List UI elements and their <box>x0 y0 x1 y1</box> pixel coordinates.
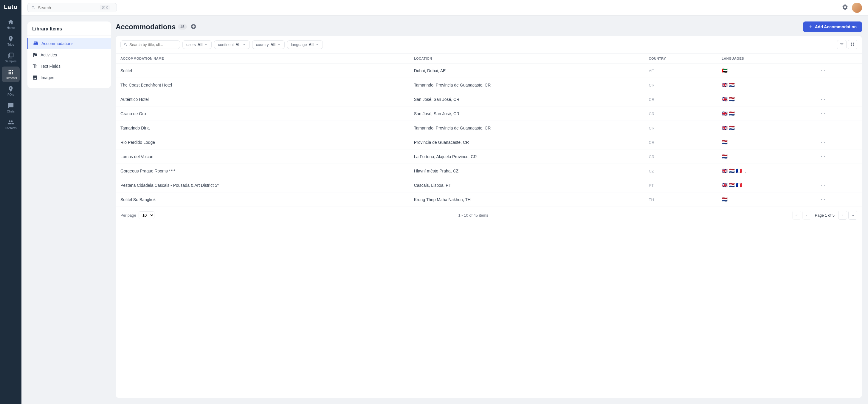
cell-country: CR <box>644 92 717 107</box>
table-row[interactable]: Tamarindo Diria Tamarindo, Provincia de … <box>116 121 862 135</box>
table-row[interactable]: Auténtico Hotel San José, San José, CR C… <box>116 92 862 107</box>
nav-samples[interactable]: Samples <box>2 50 20 65</box>
text-icon <box>32 63 37 69</box>
items-info: 1 - 10 of 45 items <box>458 213 488 218</box>
row-more-button[interactable]: ··· <box>819 67 827 74</box>
table-row[interactable]: Gorgeous Prague Rooms **** Hlavní město … <box>116 164 862 178</box>
table-search-input[interactable] <box>129 42 174 47</box>
row-more-button[interactable]: ··· <box>819 196 827 203</box>
nav-trips[interactable]: Trips <box>2 33 20 49</box>
row-more-button[interactable]: ··· <box>819 139 827 146</box>
sidebar-item-accommodations[interactable]: Accommodations <box>27 38 111 49</box>
table-row[interactable]: The Coast Beachfront Hotel Tamarindo, Pr… <box>116 78 862 92</box>
cell-name: Gorgeous Prague Rooms **** <box>116 164 409 178</box>
nav-elements[interactable]: Elements <box>2 66 20 82</box>
continent-filter-value: All <box>236 42 241 47</box>
language-filter[interactable]: language All <box>287 40 323 49</box>
cell-languages: 🇬🇧🇳🇱 <box>717 107 814 121</box>
next-page-button[interactable]: › <box>838 211 847 220</box>
language-filter-label: language <box>291 42 307 47</box>
cell-actions: ··· <box>814 121 862 135</box>
continent-filter[interactable]: continent All <box>214 40 249 49</box>
table-header: Accommodation Name Location Country Lang… <box>116 54 862 63</box>
filter-icon <box>840 42 844 46</box>
cell-actions: ··· <box>814 149 862 164</box>
cell-actions: ··· <box>814 78 862 92</box>
settings-icon <box>842 4 848 10</box>
panel-title-row: Accommodations 45 <box>116 22 197 32</box>
cell-name: Tamarindo Diria <box>116 121 409 135</box>
users-filter-label: users <box>186 42 196 47</box>
sidebar-item-activities[interactable]: Activities <box>27 49 111 61</box>
page-title: Accommodations <box>116 23 176 31</box>
last-page-button[interactable]: » <box>848 211 857 220</box>
flag-icon <box>32 52 37 58</box>
accommodations-table: Accommodation Name Location Country Lang… <box>116 54 862 207</box>
first-page-button[interactable]: « <box>792 211 801 220</box>
cell-languages: 🇬🇧🇳🇱 <box>717 92 814 107</box>
country-filter[interactable]: country All <box>252 40 285 49</box>
cell-country: CR <box>644 78 717 92</box>
row-more-button[interactable]: ··· <box>819 153 827 160</box>
table-row[interactable]: Grano de Oro San José, San José, CR CR 🇬… <box>116 107 862 121</box>
row-more-button[interactable]: ··· <box>819 124 827 132</box>
row-more-button[interactable]: ··· <box>819 95 827 103</box>
table-row[interactable]: Rio Perdido Lodge Provincia de Guanacast… <box>116 135 862 149</box>
per-page-label: Per page <box>120 213 136 218</box>
plus-icon <box>808 25 813 29</box>
cell-location: Tamarindo, Provincia de Guanacaste, CR <box>409 121 644 135</box>
continent-filter-label: continent <box>218 42 234 47</box>
cell-actions: ··· <box>814 92 862 107</box>
prev-page-button[interactable]: ‹ <box>802 211 811 220</box>
filter-search-icon <box>124 43 128 47</box>
add-item-icon-button[interactable] <box>189 22 197 32</box>
sidebar-title: Library Items <box>27 26 111 35</box>
main-wrapper: ⌘ K Library Items Accommodations Activit… <box>22 0 868 404</box>
table-row[interactable]: Lomas del Volcan La Fortuna, Alajuela Pr… <box>116 149 862 164</box>
filter-icon-button[interactable] <box>837 40 846 49</box>
nav-chats[interactable]: Chats <box>2 100 20 115</box>
nav-home[interactable]: Home <box>2 17 20 32</box>
topbar-right <box>842 3 862 13</box>
users-filter[interactable]: users All <box>182 40 212 49</box>
app-logo: Lato <box>4 4 18 10</box>
cell-name: Sofitel <box>116 63 409 78</box>
cell-location: San José, San José, CR <box>409 107 644 121</box>
main-panel: Accommodations 45 Add Accommodation <box>116 22 862 398</box>
cell-actions: ··· <box>814 63 862 78</box>
col-languages: Languages <box>717 54 814 63</box>
country-filter-label: country <box>256 42 269 47</box>
cell-name: Rio Perdido Lodge <box>116 135 409 149</box>
cell-country: CZ <box>644 164 717 178</box>
sidebar-item-images[interactable]: Images <box>27 72 111 83</box>
settings-button[interactable] <box>842 4 848 11</box>
view-buttons <box>837 40 857 49</box>
add-accommodation-button[interactable]: Add Accommodation <box>803 22 862 32</box>
grid-view-button[interactable] <box>848 40 857 49</box>
row-more-button[interactable]: ··· <box>819 167 827 175</box>
search-box[interactable]: ⌘ K <box>27 3 117 12</box>
row-more-button[interactable]: ··· <box>819 181 827 189</box>
col-name: Accommodation Name <box>116 54 409 63</box>
search-input[interactable] <box>38 5 97 10</box>
cell-actions: ··· <box>814 164 862 178</box>
avatar[interactable] <box>852 3 862 13</box>
row-more-button[interactable]: ··· <box>819 81 827 89</box>
sidebar-item-label-text-fields: Text Fields <box>40 64 61 69</box>
row-more-button[interactable]: ··· <box>819 110 827 117</box>
table-row[interactable]: Pestana Cidadela Cascais - Pousada & Art… <box>116 178 862 193</box>
cell-languages: 🇬🇧🇳🇱 <box>717 78 814 92</box>
per-page-select[interactable]: 10 25 50 <box>138 211 154 219</box>
table-row[interactable]: Sofitel Dubai, Dubai, AE AE 🇦🇪 ··· <box>116 63 862 78</box>
cell-country: PT <box>644 178 717 193</box>
table-row[interactable]: Sofitel So Bangkok Krung Thep Maha Nakho… <box>116 193 862 207</box>
topbar: ⌘ K <box>22 0 868 16</box>
cell-name: The Coast Beachfront Hotel <box>116 78 409 92</box>
filter-search[interactable] <box>120 40 180 49</box>
grid-icon <box>850 42 855 46</box>
sidebar-item-text-fields[interactable]: Text Fields <box>27 61 111 72</box>
cell-languages: 🇳🇱 <box>717 135 814 149</box>
nav-contacts[interactable]: Contacts <box>2 117 20 132</box>
library-sidebar: Library Items Accommodations Activities … <box>27 22 111 88</box>
nav-pois[interactable]: POIs <box>2 83 20 99</box>
